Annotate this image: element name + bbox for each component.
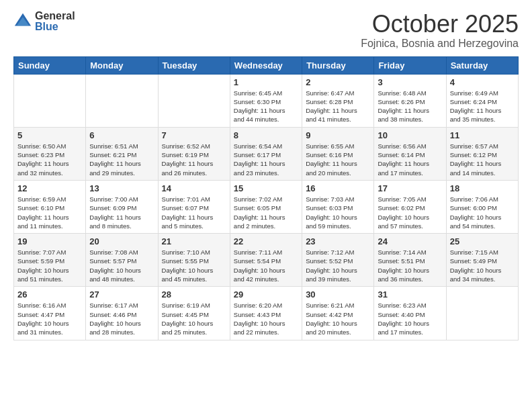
day-number: 13 [89, 183, 154, 193]
page: General Blue October 2025 Fojnica, Bosni… [0, 0, 532, 411]
day-info: Sunrise: 7:14 AM Sunset: 5:51 PM Dayligh… [378, 248, 442, 283]
calendar-week-1: 5Sunrise: 6:50 AM Sunset: 6:23 PM Daylig… [14, 127, 519, 180]
day-info: Sunrise: 7:10 AM Sunset: 5:55 PM Dayligh… [162, 248, 226, 283]
day-info: Sunrise: 6:17 AM Sunset: 4:46 PM Dayligh… [89, 301, 154, 336]
calendar-cell: 31Sunrise: 6:23 AM Sunset: 4:40 PM Dayli… [374, 287, 446, 340]
calendar-cell: 13Sunrise: 7:00 AM Sunset: 6:09 PM Dayli… [86, 180, 158, 233]
day-info: Sunrise: 6:16 AM Sunset: 4:47 PM Dayligh… [17, 301, 82, 336]
calendar-cell: 24Sunrise: 7:14 AM Sunset: 5:51 PM Dayli… [374, 234, 446, 287]
day-header-thursday: Thursday [302, 56, 374, 74]
day-info: Sunrise: 6:52 AM Sunset: 6:19 PM Dayligh… [162, 142, 226, 177]
calendar-cell: 16Sunrise: 7:03 AM Sunset: 6:03 PM Dayli… [302, 180, 374, 233]
calendar-cell: 26Sunrise: 6:16 AM Sunset: 4:47 PM Dayli… [14, 287, 86, 340]
calendar-week-0: 1Sunrise: 6:45 AM Sunset: 6:30 PM Daylig… [14, 74, 519, 127]
day-info: Sunrise: 6:59 AM Sunset: 6:10 PM Dayligh… [17, 195, 82, 230]
day-number: 5 [17, 130, 82, 140]
day-info: Sunrise: 6:21 AM Sunset: 4:42 PM Dayligh… [306, 301, 370, 336]
calendar-cell: 7Sunrise: 6:52 AM Sunset: 6:19 PM Daylig… [158, 127, 230, 180]
day-number: 25 [450, 236, 515, 246]
day-info: Sunrise: 7:08 AM Sunset: 5:57 PM Dayligh… [89, 248, 154, 283]
day-number: 1 [234, 77, 298, 87]
calendar-cell: 4Sunrise: 6:49 AM Sunset: 6:24 PM Daylig… [446, 74, 518, 127]
calendar-cell: 28Sunrise: 6:19 AM Sunset: 4:45 PM Dayli… [158, 287, 230, 340]
day-info: Sunrise: 7:15 AM Sunset: 5:49 PM Dayligh… [450, 248, 515, 283]
day-number: 3 [378, 77, 442, 87]
calendar-cell: 23Sunrise: 7:12 AM Sunset: 5:52 PM Dayli… [302, 234, 374, 287]
calendar-cell: 9Sunrise: 6:55 AM Sunset: 6:16 PM Daylig… [302, 127, 374, 180]
calendar-cell: 8Sunrise: 6:54 AM Sunset: 6:17 PM Daylig… [230, 127, 302, 180]
day-number: 16 [306, 183, 370, 193]
day-number: 29 [234, 289, 298, 300]
day-number: 31 [378, 289, 442, 300]
calendar-cell: 6Sunrise: 6:51 AM Sunset: 6:21 PM Daylig… [86, 127, 158, 180]
day-number: 27 [89, 289, 154, 300]
day-number: 24 [378, 236, 442, 246]
calendar-week-3: 19Sunrise: 7:07 AM Sunset: 5:59 PM Dayli… [14, 234, 519, 287]
calendar-cell: 29Sunrise: 6:20 AM Sunset: 4:43 PM Dayli… [230, 287, 302, 340]
day-info: Sunrise: 7:12 AM Sunset: 5:52 PM Dayligh… [306, 248, 370, 283]
day-number: 17 [378, 183, 442, 193]
day-number: 15 [234, 183, 298, 193]
day-info: Sunrise: 7:11 AM Sunset: 5:54 PM Dayligh… [234, 248, 298, 283]
day-number: 8 [234, 130, 298, 140]
day-info: Sunrise: 6:51 AM Sunset: 6:21 PM Dayligh… [89, 142, 154, 177]
day-number: 12 [17, 183, 82, 193]
day-number: 7 [162, 130, 226, 140]
day-number: 21 [162, 236, 226, 246]
calendar-cell: 12Sunrise: 6:59 AM Sunset: 6:10 PM Dayli… [14, 180, 86, 233]
day-info: Sunrise: 7:05 AM Sunset: 6:02 PM Dayligh… [378, 195, 442, 230]
calendar-header-row: SundayMondayTuesdayWednesdayThursdayFrid… [14, 56, 519, 74]
calendar-week-2: 12Sunrise: 6:59 AM Sunset: 6:10 PM Dayli… [14, 180, 519, 233]
calendar-cell [86, 74, 158, 127]
calendar-cell [14, 74, 86, 127]
day-info: Sunrise: 6:45 AM Sunset: 6:30 PM Dayligh… [234, 89, 298, 124]
logo-blue-text: Blue [35, 21, 58, 32]
day-header-friday: Friday [374, 56, 446, 74]
calendar-week-4: 26Sunrise: 6:16 AM Sunset: 4:47 PM Dayli… [14, 287, 519, 340]
day-info: Sunrise: 6:54 AM Sunset: 6:17 PM Dayligh… [234, 142, 298, 177]
day-number: 22 [234, 236, 298, 246]
calendar-cell: 11Sunrise: 6:57 AM Sunset: 6:12 PM Dayli… [446, 127, 518, 180]
day-header-wednesday: Wednesday [230, 56, 302, 74]
day-info: Sunrise: 6:49 AM Sunset: 6:24 PM Dayligh… [450, 89, 515, 124]
calendar-cell: 2Sunrise: 6:47 AM Sunset: 6:28 PM Daylig… [302, 74, 374, 127]
day-info: Sunrise: 6:47 AM Sunset: 6:28 PM Dayligh… [306, 89, 370, 124]
logo-icon [13, 12, 32, 31]
day-number: 23 [306, 236, 370, 246]
day-info: Sunrise: 7:01 AM Sunset: 6:07 PM Dayligh… [162, 195, 226, 230]
day-info: Sunrise: 6:19 AM Sunset: 4:45 PM Dayligh… [162, 301, 226, 336]
day-info: Sunrise: 6:23 AM Sunset: 4:40 PM Dayligh… [378, 301, 442, 336]
day-info: Sunrise: 7:03 AM Sunset: 6:03 PM Dayligh… [306, 195, 370, 230]
day-number: 4 [450, 77, 515, 87]
day-number: 14 [162, 183, 226, 193]
calendar-cell: 30Sunrise: 6:21 AM Sunset: 4:42 PM Dayli… [302, 287, 374, 340]
day-number: 2 [306, 77, 370, 87]
day-number: 28 [162, 289, 226, 300]
header: General Blue October 2025 Fojnica, Bosni… [13, 11, 519, 50]
day-header-monday: Monday [86, 56, 158, 74]
day-header-saturday: Saturday [446, 56, 518, 74]
day-header-tuesday: Tuesday [158, 56, 230, 74]
title-section: October 2025 Fojnica, Bosnia and Herzego… [361, 11, 519, 50]
day-info: Sunrise: 6:56 AM Sunset: 6:14 PM Dayligh… [378, 142, 442, 177]
calendar-cell [158, 74, 230, 127]
location-subtitle: Fojnica, Bosnia and Herzegovina [361, 38, 519, 50]
day-info: Sunrise: 7:00 AM Sunset: 6:09 PM Dayligh… [89, 195, 154, 230]
calendar-cell: 25Sunrise: 7:15 AM Sunset: 5:49 PM Dayli… [446, 234, 518, 287]
month-title: October 2025 [361, 11, 519, 38]
calendar-cell: 10Sunrise: 6:56 AM Sunset: 6:14 PM Dayli… [374, 127, 446, 180]
day-info: Sunrise: 6:57 AM Sunset: 6:12 PM Dayligh… [450, 142, 515, 177]
day-info: Sunrise: 6:50 AM Sunset: 6:23 PM Dayligh… [17, 142, 82, 177]
day-number: 20 [89, 236, 154, 246]
day-number: 26 [17, 289, 82, 300]
day-number: 10 [378, 130, 442, 140]
calendar-cell [446, 287, 518, 340]
day-number: 30 [306, 289, 370, 300]
calendar-cell: 19Sunrise: 7:07 AM Sunset: 5:59 PM Dayli… [14, 234, 86, 287]
day-info: Sunrise: 6:48 AM Sunset: 6:26 PM Dayligh… [378, 89, 442, 124]
calendar-cell: 14Sunrise: 7:01 AM Sunset: 6:07 PM Dayli… [158, 180, 230, 233]
calendar-cell: 22Sunrise: 7:11 AM Sunset: 5:54 PM Dayli… [230, 234, 302, 287]
calendar-cell: 21Sunrise: 7:10 AM Sunset: 5:55 PM Dayli… [158, 234, 230, 287]
logo-general-text: General [35, 10, 75, 21]
day-number: 11 [450, 130, 515, 140]
